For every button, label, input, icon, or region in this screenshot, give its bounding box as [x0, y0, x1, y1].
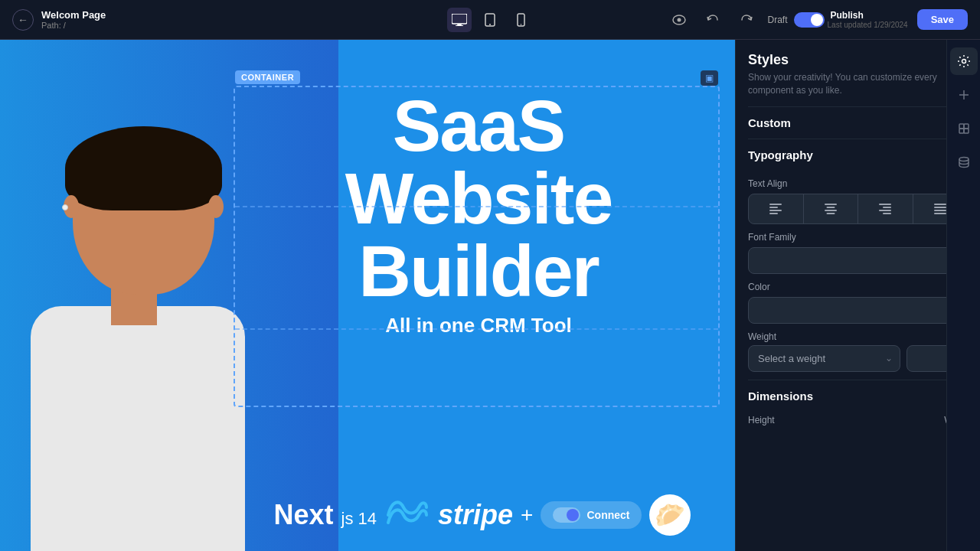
svg-rect-16	[826, 213, 835, 214]
container-label: CONTAINER	[235, 70, 300, 84]
device-switcher	[447, 8, 533, 32]
mobile-device-button[interactable]	[508, 8, 533, 32]
tech-items: Next js 14 stripe + Connect 🥟	[245, 494, 720, 536]
add-sidebar-icon[interactable]	[950, 81, 978, 109]
svg-rect-14	[826, 207, 835, 208]
svg-rect-29	[964, 124, 969, 129]
color-label: Color	[748, 282, 968, 292]
svg-point-32	[959, 158, 969, 161]
svg-rect-12	[769, 213, 778, 214]
font-family-field: Font Family	[748, 232, 968, 274]
svg-point-6	[520, 24, 521, 25]
panel-inner: Styles Show your creativity! You can cus…	[736, 40, 980, 438]
stripe-text: stripe	[438, 499, 513, 531]
font-family-input[interactable]	[748, 247, 968, 274]
connect-toggle-knob	[567, 509, 579, 521]
svg-rect-17	[879, 204, 891, 205]
svg-rect-30	[959, 129, 964, 133]
connect-toggle	[553, 507, 580, 523]
person-shirt	[31, 306, 245, 551]
svg-rect-18	[883, 207, 891, 208]
text-align-field: Text Align	[748, 178, 968, 224]
earring	[62, 204, 68, 210]
styles-section: Styles Show your creativity! You can cus…	[748, 52, 968, 97]
settings-sidebar-icon[interactable]	[950, 47, 978, 75]
svg-rect-1	[457, 24, 462, 25]
save-button[interactable]: Save	[917, 9, 968, 30]
svg-rect-15	[825, 210, 837, 211]
container-icon: ▣	[701, 70, 718, 86]
back-button[interactable]: ←	[12, 9, 34, 31]
svg-rect-2	[456, 25, 463, 26]
svg-rect-13	[825, 204, 837, 205]
svg-point-8	[677, 18, 681, 21]
person-head	[73, 134, 214, 295]
topbar-right: Draft Publish Last updated 1/29/2024 Sav…	[667, 8, 968, 32]
toggle-knob	[811, 14, 823, 26]
height-label: Height	[748, 415, 775, 425]
custom-section-header[interactable]: Custom ⌄	[748, 106, 968, 139]
styles-title: Styles	[748, 52, 968, 68]
layers-sidebar-icon[interactable]	[950, 115, 978, 142]
svg-point-4	[489, 24, 491, 25]
connect-label: Connect	[586, 509, 629, 521]
svg-rect-28	[959, 124, 964, 129]
dashed-line-1	[235, 206, 718, 207]
svg-rect-22	[934, 207, 946, 208]
topbar: ← Welcom Page Path: / Draft	[0, 0, 980, 40]
preview-button[interactable]	[667, 8, 691, 32]
styles-description: Show your creativity! You can customize …	[748, 71, 968, 97]
weight-select[interactable]: Select a weight Thin 100 Extra Light 200…	[748, 345, 900, 372]
svg-rect-0	[452, 14, 467, 24]
typography-section-header[interactable]: Typography ⌄	[748, 139, 968, 171]
dimensions-label: Dimensions	[748, 390, 813, 403]
undo-button[interactable]	[701, 8, 725, 32]
back-icon: ←	[18, 14, 28, 26]
sidebar-icons-strip	[946, 40, 980, 551]
color-field: Color	[748, 282, 968, 324]
database-sidebar-icon[interactable]	[950, 148, 978, 176]
color-input[interactable]	[748, 297, 968, 324]
desktop-device-button[interactable]	[447, 8, 472, 32]
svg-rect-11	[769, 210, 782, 211]
page-path: Path: /	[41, 21, 106, 30]
weight-label: Weight	[748, 331, 776, 342]
page-title: Welcom Page	[41, 9, 106, 21]
font-family-label: Font Family	[748, 232, 968, 243]
page-info: Welcom Page Path: /	[41, 9, 106, 30]
last-updated: Last updated 1/29/2024	[828, 21, 908, 29]
right-panel: Styles Show your creativity! You can cus…	[735, 40, 980, 551]
canvas[interactable]: CONTAINER ▣ SaaS Website Builder All in …	[0, 40, 735, 551]
align-right-button[interactable]	[858, 194, 913, 223]
weight-size-labels: Weight Size	[748, 331, 968, 342]
nextjs-text: Next js 14	[274, 499, 377, 531]
person-hair	[65, 126, 222, 210]
publish-toggle[interactable]	[794, 12, 825, 28]
dashed-line-2	[235, 328, 718, 330]
draft-publish-toggle: Draft Publish Last updated 1/29/2024	[768, 10, 908, 29]
publish-info: Publish Last updated 1/29/2024	[831, 10, 908, 29]
text-align-group	[748, 194, 968, 224]
color-input-wrap	[748, 297, 968, 324]
svg-rect-21	[934, 204, 946, 205]
topbar-left: ← Welcom Page Path: /	[12, 9, 106, 31]
redo-button[interactable]	[734, 8, 759, 32]
align-center-button[interactable]	[804, 194, 859, 223]
connect-button[interactable]: Connect	[541, 501, 642, 529]
main-area: CONTAINER ▣ SaaS Website Builder All in …	[0, 40, 980, 551]
dumpling-emoji: 🥟	[649, 494, 691, 536]
svg-rect-10	[769, 207, 778, 208]
align-left-button[interactable]	[749, 194, 804, 223]
dimensions-section-header[interactable]: Dimensions ⌄	[748, 380, 968, 412]
weight-size-row: Weight Size Select a weight Thin 100 Ext…	[748, 331, 968, 372]
wave-icon	[384, 500, 430, 530]
weight-size-inputs: Select a weight Thin 100 Extra Light 200…	[748, 345, 968, 372]
draft-label: Draft	[768, 15, 788, 25]
selected-container[interactable]: CONTAINER ▣	[234, 86, 720, 407]
svg-rect-20	[883, 213, 891, 214]
svg-rect-9	[769, 204, 782, 205]
svg-rect-24	[934, 213, 946, 214]
typography-label: Typography	[748, 148, 813, 161]
tablet-device-button[interactable]	[478, 8, 502, 32]
svg-point-25	[962, 60, 965, 64]
